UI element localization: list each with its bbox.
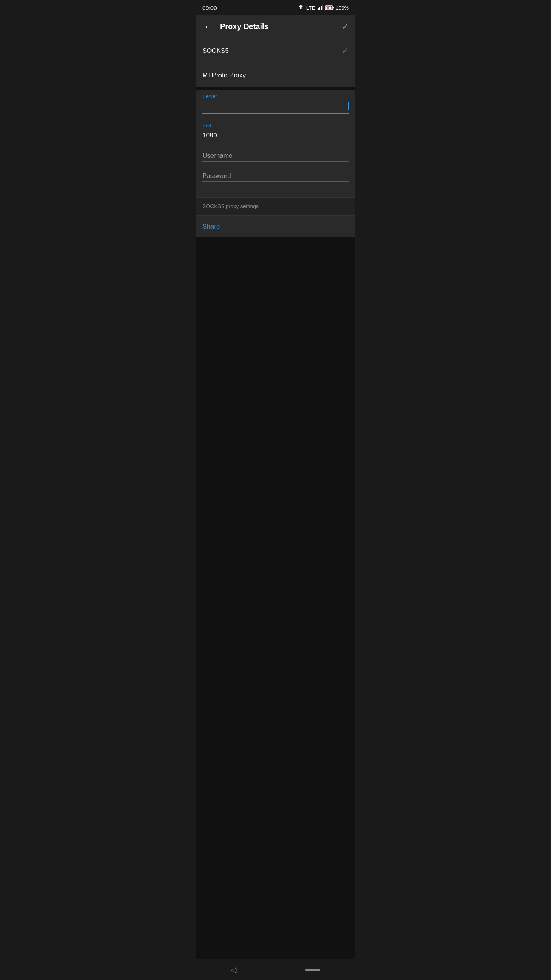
status-time: 09:00 [202,5,217,11]
confirm-button[interactable]: ✓ [342,22,349,32]
description-text: SOCKS5 proxy settings [202,203,259,209]
proxy-type-socks5[interactable]: SOCKS5 ✓ [196,38,355,64]
mtproto-label: MTProto Proxy [202,72,246,79]
svg-rect-1 [319,7,320,10]
username-field [202,150,349,162]
proxy-type-list: SOCKS5 ✓ MTProto Proxy [196,38,355,87]
socks5-check-icon: ✓ [342,46,349,56]
port-input[interactable] [202,130,349,141]
signal-icon [318,5,323,10]
nav-home-button[interactable] [305,969,320,971]
content-spacer [196,237,355,959]
status-bar: 09:00 LTE 100% [196,0,355,15]
port-field: Port [202,123,349,141]
nav-back-button[interactable]: ◁ [231,965,236,974]
svg-rect-7 [327,7,329,9]
status-icons: LTE 100% [297,5,349,11]
svg-rect-3 [322,5,323,10]
svg-rect-0 [318,8,319,10]
page-title: Proxy Details [220,22,269,31]
password-field [202,171,349,182]
text-cursor [348,102,349,110]
username-input[interactable] [202,150,349,162]
section-divider [196,87,355,90]
section-description: SOCKS5 proxy settings [196,197,355,216]
app-bar: ← Proxy Details ✓ [196,15,355,38]
share-section[interactable]: Share [196,216,355,237]
battery-percent: 100% [336,5,349,11]
password-input[interactable] [202,171,349,182]
wifi-icon [297,5,304,10]
nav-bar: ◁ [196,959,355,980]
share-label: Share [202,223,220,230]
proxy-type-mtproto[interactable]: MTProto Proxy [196,64,355,87]
server-input[interactable] [202,101,347,111]
lte-label: LTE [306,5,315,11]
socks5-label: SOCKS5 [202,47,229,55]
svg-rect-2 [321,6,322,10]
back-button[interactable]: ← [202,20,214,33]
form-section: Server Port [196,90,355,197]
battery-icon [325,5,334,10]
server-label: Server [202,93,349,99]
server-field: Server [202,93,349,114]
port-label: Port [202,123,349,129]
svg-rect-5 [333,7,334,9]
app-bar-left: ← Proxy Details [202,20,269,33]
